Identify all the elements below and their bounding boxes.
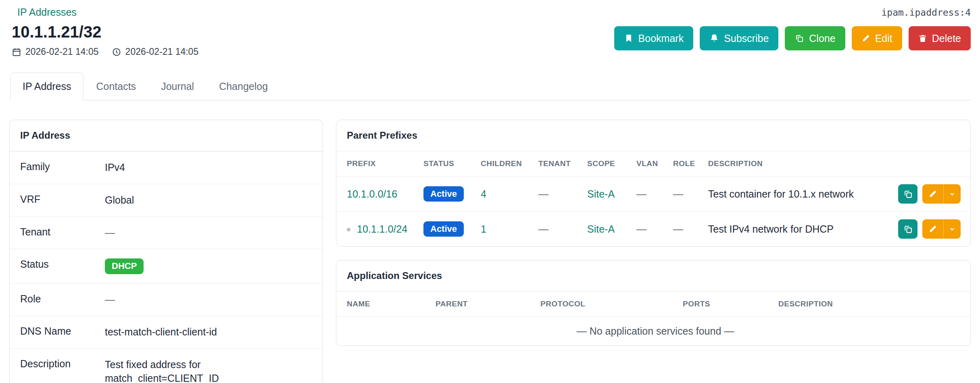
- tab-ip-address[interactable]: IP Address: [10, 73, 83, 100]
- page-title: 10.1.1.21/32: [12, 23, 198, 41]
- page: IP Addresses ipam.ipaddress:4 10.1.1.21/…: [0, 0, 980, 383]
- column-header-actions: [892, 151, 970, 177]
- column-header-vlan: VLAN: [630, 151, 667, 177]
- attr-row-vrf: VRF Global: [10, 184, 323, 216]
- chevron-down-icon: [948, 190, 956, 198]
- pencil-icon: [861, 34, 870, 43]
- attr-row-status: Status DHCP: [10, 249, 323, 283]
- copy-icon: [903, 224, 913, 234]
- column-header-ports: PORTS: [676, 291, 772, 317]
- role-cell: —: [667, 177, 702, 212]
- object-id: ipam.ipaddress:4: [881, 7, 971, 18]
- edit-prefix-button[interactable]: [922, 184, 943, 204]
- empty-row: — No application services found —: [336, 317, 970, 346]
- attr-row-tenant: Tenant —: [10, 216, 323, 249]
- column-header-role: ROLE: [667, 151, 702, 177]
- tab-changelog[interactable]: Changelog: [206, 73, 280, 100]
- pencil-icon: [928, 225, 937, 233]
- edit-split-button: [922, 184, 961, 204]
- copy-prefix-button[interactable]: [898, 184, 917, 204]
- bell-icon: [709, 33, 719, 43]
- edit-button[interactable]: Edit: [852, 26, 902, 50]
- prefix-row: 10.1.1.0/24 Active 1 — Site-A — — Test I…: [336, 212, 970, 247]
- subscribe-button-label: Subscribe: [724, 33, 769, 44]
- page-header: 10.1.1.21/32 2026-02-21 14:05 2026-02-21…: [9, 23, 971, 57]
- tab-bar: IP Address Contacts Journal Changelog: [9, 73, 971, 100]
- action-buttons: Bookmark Subscribe Clone Edit: [614, 26, 971, 50]
- bookmark-icon: [624, 33, 634, 43]
- clock-icon: [112, 47, 121, 57]
- parent-prefixes-card-title: Parent Prefixes: [336, 120, 970, 151]
- clone-button[interactable]: Clone: [785, 26, 845, 50]
- description-cell: Test container for 10.1.x network: [702, 177, 892, 212]
- vlan-cell: —: [630, 212, 667, 247]
- depth-indicator-dot: [347, 228, 350, 231]
- role-cell: —: [667, 212, 702, 247]
- trash-icon: [918, 34, 927, 43]
- subscribe-button[interactable]: Subscribe: [700, 26, 778, 50]
- tenant-cell: —: [532, 212, 581, 247]
- prefix-row: 10.1.0.0/16 Active 4 — Site-A — — Test c…: [336, 177, 970, 212]
- right-column: Parent Prefixes PREFIX STATUS CHILDREN T…: [336, 120, 971, 346]
- application-services-table: NAME PARENT PROTOCOL PORTS DESCRIPTION —…: [336, 291, 970, 346]
- title-block: 10.1.1.21/32 2026-02-21 14:05 2026-02-21…: [12, 23, 198, 57]
- ip-address-card-title: IP Address: [10, 120, 323, 151]
- scope-link[interactable]: Site-A: [587, 188, 615, 200]
- parent-prefixes-card: Parent Prefixes PREFIX STATUS CHILDREN T…: [336, 120, 971, 247]
- topbar: IP Addresses ipam.ipaddress:4: [9, 6, 971, 18]
- table-header-row: PREFIX STATUS CHILDREN TENANT SCOPE VLAN…: [336, 151, 970, 177]
- column-header-scope: SCOPE: [581, 151, 630, 177]
- edit-split-button: [922, 219, 961, 239]
- breadcrumb-ip-addresses[interactable]: IP Addresses: [17, 6, 77, 18]
- attr-row-family: Family IPv4: [10, 151, 323, 184]
- edit-dropdown-toggle[interactable]: [943, 184, 961, 204]
- description-cell: Test IPv4 network for DHCP: [702, 212, 892, 247]
- vlan-cell: —: [630, 177, 667, 212]
- edit-button-label: Edit: [875, 33, 892, 44]
- tab-journal[interactable]: Journal: [148, 73, 206, 100]
- prefix-link[interactable]: 10.1.1.0/24: [357, 223, 407, 235]
- bookmark-button[interactable]: Bookmark: [614, 26, 694, 50]
- content: IP Address Family IPv4 VRF Global Tenant…: [9, 120, 971, 383]
- pencil-icon: [928, 189, 937, 198]
- column-header-status: STATUS: [417, 151, 474, 177]
- edit-dropdown-toggle[interactable]: [943, 219, 961, 239]
- copy-icon: [903, 189, 913, 199]
- tenant-cell: —: [532, 177, 581, 212]
- column-header-description: DESCRIPTION: [702, 151, 892, 177]
- clone-button-label: Clone: [809, 33, 835, 44]
- column-header-protocol: PROTOCOL: [534, 291, 676, 317]
- tab-contacts[interactable]: Contacts: [83, 73, 148, 100]
- status-badge: Active: [423, 221, 464, 237]
- chevron-down-icon: [948, 225, 956, 233]
- column-header-description: DESCRIPTION: [772, 291, 970, 317]
- column-header-prefix: PREFIX: [336, 151, 417, 177]
- attr-value: DHCP: [105, 258, 144, 274]
- attr-value: —: [105, 293, 115, 307]
- attr-value: test-match-client-client-id: [105, 325, 217, 339]
- attr-label: Status: [20, 258, 105, 274]
- attr-label: VRF: [20, 194, 105, 207]
- delete-button[interactable]: Delete: [909, 26, 971, 50]
- attr-row-dns-name: DNS Name test-match-client-client-id: [10, 316, 323, 348]
- edit-prefix-button[interactable]: [922, 219, 943, 239]
- copy-prefix-button[interactable]: [898, 219, 917, 239]
- prefix-link[interactable]: 10.1.0.0/16: [347, 188, 397, 200]
- column-header-parent: PARENT: [429, 291, 534, 317]
- attr-label: Tenant: [20, 226, 105, 240]
- attr-value: IPv4: [105, 161, 125, 175]
- status-badge: DHCP: [105, 258, 144, 274]
- children-count-link[interactable]: 4: [481, 188, 486, 200]
- timestamps: 2026-02-21 14:05 2026-02-21 14:05: [12, 46, 198, 57]
- attr-label: Description: [20, 358, 105, 383]
- ip-address-card: IP Address Family IPv4 VRF Global Tenant…: [9, 120, 323, 383]
- attr-label: DNS Name: [20, 325, 105, 339]
- attr-value: —: [105, 226, 115, 240]
- children-count-link[interactable]: 1: [481, 223, 486, 235]
- scope-link[interactable]: Site-A: [587, 223, 615, 235]
- created-timestamp: 2026-02-21 14:05: [12, 46, 99, 57]
- attr-value: Global: [105, 194, 134, 207]
- column-header-name: NAME: [336, 291, 429, 317]
- application-services-card: Application Services NAME PARENT PROTOCO…: [336, 260, 971, 346]
- updated-timestamp: 2026-02-21 14:05: [112, 46, 199, 57]
